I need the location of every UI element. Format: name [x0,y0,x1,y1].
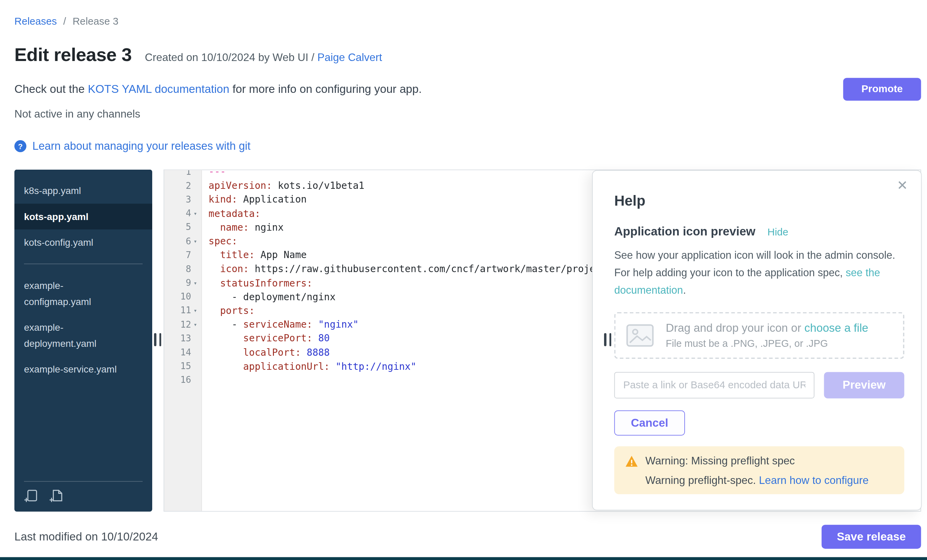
breadcrumb-current: Release 3 [73,15,119,27]
icon-preview-section-header: Application icon preview Hide [614,225,904,238]
line-number-12: 12▾ [164,318,201,332]
created-by-link[interactable]: Paige Calvert [318,52,382,64]
channel-status: Not active in any channels [14,108,921,121]
file-item-example-service.yaml[interactable]: example-service.yaml [14,357,152,382]
question-mark-icon[interactable]: ? [14,140,26,152]
fold-icon[interactable]: ▾ [191,210,199,217]
docs-row: Check out the KOTS YAML documentation fo… [14,78,921,100]
line-number-8: 8 [164,262,201,276]
dropzone-text-block: Drag and drop your icon or choose a file… [666,322,868,349]
line-number-15: 15 [164,359,201,373]
file-list-divider [24,264,143,264]
edit-release-page: Releases / Release 3 Edit release 3 Crea… [0,0,927,560]
image-placeholder-icon [626,324,654,347]
promote-button[interactable]: Promote [843,78,921,100]
line-number-16: 16 [164,373,201,387]
bottom-section-edge [0,557,927,560]
file-item-example-deployment.yaml[interactable]: example-deployment.yaml [14,315,152,357]
file-list-primary: k8s-app.yamlkots-app.yamlkots-config.yam… [14,178,152,255]
preflight-warning-box: Warning: Missing preflight spec Warning … [614,446,904,494]
sidebar-resize-handle[interactable] [154,333,161,346]
learn-how-to-configure-link[interactable]: Learn how to configure [759,474,869,486]
file-item-kots-app.yaml[interactable]: kots-app.yaml [14,203,152,229]
editor-gutter: 1234▾56▾789▾1011▾12▾13141516 [164,170,202,511]
line-number-3: 3 [164,193,201,206]
git-help-row: ? Learn about managing your releases wit… [14,140,921,153]
save-release-button[interactable]: Save release [822,525,921,549]
file-item-kots-config.yaml[interactable]: kots-config.yaml [14,229,152,255]
icon-url-input[interactable] [614,372,815,399]
line-number-9: 9▾ [164,276,201,290]
cancel-button[interactable]: Cancel [614,410,685,435]
icon-dropzone[interactable]: Drag and drop your icon or choose a file… [614,312,904,359]
page-title: Edit release 3 [14,44,132,66]
line-number-13: 13 [164,331,201,346]
fold-icon[interactable]: ▾ [191,321,199,328]
release-workspace: k8s-app.yamlkots-app.yamlkots-config.yam… [14,170,921,512]
git-releases-help-link[interactable]: Learn about managing your releases with … [32,140,250,153]
docs-prefix: Check out the [14,83,88,95]
line-number-6: 6▾ [164,234,201,248]
editor-gutter-lines: 1234▾56▾789▾1011▾12▾13141516 [164,170,201,387]
line-number-11: 11▾ [164,304,201,318]
breadcrumb: Releases / Release 3 [14,15,921,27]
docs-suffix: for more info on configuring your app. [233,83,422,95]
file-tree-footer [24,481,143,512]
file-item-k8s-app.yaml[interactable]: k8s-app.yaml [14,178,152,203]
line-number-4: 4▾ [164,206,201,220]
docs-text: Check out the KOTS YAML documentation fo… [14,83,422,96]
line-number-2: 2 [164,179,201,193]
created-info: Created on 10/10/2024 by Web UI / Paige … [145,52,382,64]
breadcrumb-separator: / [64,15,66,27]
fold-icon[interactable]: ▾ [191,238,199,244]
hide-link[interactable]: Hide [767,226,789,238]
title-row: Edit release 3 Created on 10/10/2024 by … [14,44,921,66]
dropzone-hint: File must be a .PNG, .JPEG, or .JPG [666,338,868,349]
line-number-1: 1 [164,170,201,179]
line-number-14: 14 [164,346,201,360]
warning-icon [625,455,638,467]
choose-file-link[interactable]: choose a file [804,322,868,334]
import-file-icon[interactable] [24,489,38,503]
file-tree-sidebar: k8s-app.yamlkots-app.yamlkots-config.yam… [14,170,152,512]
icon-preview-description: See how your application icon will look … [614,247,901,299]
help-panel-resize-handle[interactable] [604,333,611,346]
created-text: Created on 10/10/2024 by Web UI / [145,52,317,64]
fold-icon[interactable]: ▾ [191,307,199,314]
help-panel-title: Help [614,192,904,209]
warning-title: Warning: Missing preflight spec [646,455,795,467]
footer-row: Last modified on 10/10/2024 Save release [14,525,921,549]
help-panel: ✕ Help Application icon preview Hide See… [592,170,921,510]
file-list-examples: example-configmap.yamlexample-deployment… [14,272,152,382]
close-icon[interactable]: ✕ [897,179,908,192]
icon-preview-title: Application icon preview [614,225,755,238]
warning-title-row: Warning: Missing preflight spec [625,455,894,467]
breadcrumb-releases-link[interactable]: Releases [14,15,57,27]
preview-button[interactable]: Preview [824,372,904,399]
warning-detail-row: Warning preflight-spec. Learn how to con… [646,474,894,487]
description-suffix: . [683,284,686,296]
line-number-7: 7 [164,248,201,262]
line-number-5: 5 [164,220,201,234]
icon-link-row: Preview [614,372,904,399]
line-number-10: 10 [164,290,201,304]
fold-icon[interactable]: ▾ [191,280,199,286]
last-modified-text: Last modified on 10/10/2024 [14,530,158,543]
create-file-icon[interactable] [49,489,64,503]
file-item-example-configmap.yaml[interactable]: example-configmap.yaml [14,272,152,314]
kots-yaml-docs-link[interactable]: KOTS YAML documentation [88,83,229,95]
dropzone-text: Drag and drop your icon or choose a file [666,322,868,335]
